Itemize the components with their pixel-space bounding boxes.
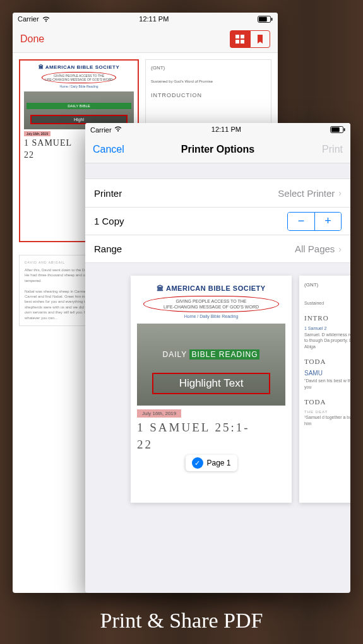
stepper-minus[interactable]: − [288,213,314,230]
breadcrumb: Home / Daily Bible Reading [24,85,134,88]
cancel-button[interactable]: Cancel [93,144,124,155]
page-selector[interactable]: ✓ Page 1 [185,455,237,471]
hero-image: DAILY BIBLE READING Highlight Text [137,324,285,406]
preview-page-2[interactable]: (GNT) Sustained INTRO 1 Samuel 2 Samuel.… [299,276,350,503]
page-title: Printer Options [181,144,254,155]
phone-front: Carrier 12:11 PM Cancel Printer Options … [85,123,350,593]
preview-area: 🏛 AMERICAN BIBLE SOCIETY GIVING PEOPLE A… [123,263,350,515]
printer-value: Select Printer [278,188,335,199]
done-button[interactable]: Done [20,33,44,45]
carrier-label: Carrier [90,126,112,134]
page-label: Page 1 [206,459,230,467]
highlight-box: Highlight Text [152,373,270,394]
nav-bar-front: Cancel Printer Options Print [85,136,350,163]
copies-stepper: − + [287,212,342,231]
wifi-icon [114,126,122,132]
battery-icon [330,126,345,133]
battery-icon [258,16,273,23]
printer-label: Printer [94,188,122,199]
tagline-circle: GIVING PEOPLE ACCESS TO THELIFE-CHANGING… [143,296,279,312]
range-row[interactable]: Range All Pages› [85,235,350,262]
preview-page-1[interactable]: 🏛 AMERICAN BIBLE SOCIETY GIVING PEOPLE A… [131,276,292,503]
dbr-label: DAILY BIBLE READING [141,350,282,360]
tagline: GIVING PEOPLE ACCESS TO THELIFE-CHANGING… [42,72,116,83]
printer-row[interactable]: Printer Select Printer› [85,179,350,207]
chevron-right-icon: › [338,188,342,198]
nav-bar-back: Done [13,25,278,53]
breadcrumb: Home / Daily Bible Reading [137,314,285,319]
stepper-plus[interactable]: + [314,213,341,230]
copies-label: 1 Copy [94,216,124,226]
check-icon: ✓ [191,457,203,469]
status-bar-back: Carrier 12:11 PM [13,13,278,25]
time-label: 12:11 PM [139,15,169,23]
grid-icon [235,35,244,44]
settings-group: Printer Select Printer› 1 Copy − + Range… [85,179,350,263]
grid-view-button[interactable] [230,30,250,48]
bookmark-view-button[interactable] [250,30,270,48]
svg-rect-5 [331,127,340,131]
carrier-label: Carrier [18,15,39,23]
bookmark-icon [257,35,263,44]
chevron-right-icon: › [338,244,342,254]
verse-ref-2: 22 [137,438,285,452]
svg-rect-2 [259,16,267,21]
abs-logo-text: AMERICAN BIBLE SOCIETY [166,284,266,292]
verse-ref-1: 1 SAMUEL 25:1- [137,421,285,435]
date-pill: July 16th, 2019 [24,131,51,136]
date-pill: July 16th, 2019 [137,409,181,418]
range-value: All Pages [295,243,335,254]
wifi-icon [42,16,51,23]
status-bar-front: Carrier 12:11 PM [85,123,350,136]
marketing-caption: Print & Share PDF [0,609,363,633]
svg-rect-1 [271,18,273,21]
dbr-label: DAILY BIBLE [27,103,131,109]
svg-rect-4 [344,128,345,131]
abs-logo-text: AMERICAN BIBLE SOCIETY [45,64,120,70]
print-button[interactable]: Print [322,144,343,155]
copies-row: 1 Copy − + [85,207,350,235]
range-label: Range [94,243,122,254]
time-label: 12:11 PM [211,126,241,133]
